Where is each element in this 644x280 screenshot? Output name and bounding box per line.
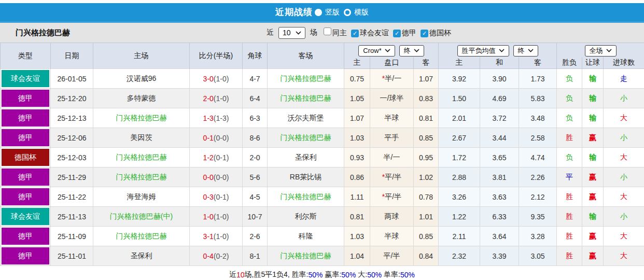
radio-vertical-label: 竖版 xyxy=(325,8,340,17)
checkbox-label: 球会友谊 xyxy=(360,29,389,37)
col-header-avg-draw: 和 xyxy=(480,57,519,69)
odds-home: 1.11 xyxy=(344,187,370,207)
result-goals: 小 xyxy=(604,128,644,148)
chevron-down-icon xyxy=(414,49,419,52)
home-team: 多特蒙德 xyxy=(93,89,190,108)
avg-lose: 3.48 xyxy=(519,108,557,128)
away-team: 利尔斯 xyxy=(268,207,344,227)
home-team: 门兴格拉德巴赫 xyxy=(93,227,190,246)
match-count-select[interactable]: 10 xyxy=(278,27,305,39)
summary-segment: 大: xyxy=(356,270,367,279)
odds-away: 1.01 xyxy=(414,207,439,227)
avg-win: 1.50 xyxy=(439,89,480,108)
avg-win: 2.88 xyxy=(439,167,480,187)
chevron-down-icon xyxy=(528,49,534,52)
avg-draw: 6.33 xyxy=(480,207,519,227)
result-wdl: 负 xyxy=(557,108,582,128)
corners: 4-5 xyxy=(243,187,268,207)
score: 3-0(1-0) xyxy=(190,69,243,89)
type-badge: 德甲 xyxy=(2,247,49,264)
avg-draw: 3.90 xyxy=(480,69,519,89)
filter-checkbox-球会友谊[interactable]: ✓球会友谊 xyxy=(347,29,389,37)
result-goals: 小 xyxy=(604,167,644,187)
filter-checkbox-同主[interactable]: 同主 xyxy=(319,29,347,37)
odds-group-selects: Crow* 终 xyxy=(344,44,438,57)
type-badge: 德甲 xyxy=(2,90,49,107)
avg-win: 1.72 xyxy=(439,148,480,167)
avg-odds-select[interactable]: 胜平负均值 xyxy=(457,45,509,57)
summary-segment: 50% xyxy=(309,271,323,279)
score: 1-3(1-3) xyxy=(190,108,243,128)
type-badge-cell: 德甲 xyxy=(1,167,51,187)
table-row: 德甲25-11-09门兴格拉德巴赫3-1(1-0)2-6科隆1.03半球0.85… xyxy=(1,227,644,246)
match-date: 25-12-13 xyxy=(51,108,93,128)
col-header-wdl: 胜负 xyxy=(557,57,582,69)
radio-horizontal-label: 横版 xyxy=(354,8,369,17)
away-team: 门兴格拉德巴赫 xyxy=(268,246,344,266)
home-team: 门兴格拉德巴赫 xyxy=(93,148,190,167)
score: 1-0(1-0) xyxy=(190,207,243,227)
avg-odds-select-value: 胜平负均值 xyxy=(462,46,496,55)
odds-handicap: 两球 xyxy=(370,207,414,227)
col-header-odds-home: 主 xyxy=(344,57,370,69)
avg-lose: 9.35 xyxy=(519,207,557,227)
home-team: 美因茨 xyxy=(93,128,190,148)
corners: 4-7 xyxy=(243,69,268,89)
avg-time-select[interactable]: 终 xyxy=(513,45,538,57)
score: 0-1(0-0) xyxy=(190,128,243,148)
odds-home: 1.03 xyxy=(344,227,370,246)
corners: 10-7 xyxy=(243,207,268,227)
col-header-date: 日期 xyxy=(51,43,93,69)
type-badge-cell: 德甲 xyxy=(1,187,51,207)
type-badge: 德甲 xyxy=(2,109,49,127)
summary-segment: 50% xyxy=(341,271,356,279)
result-wdl: 负 xyxy=(557,148,582,167)
titlebar: 近期战绩 竖版 横版 xyxy=(0,3,644,23)
odds-home: 0.93 xyxy=(344,148,370,167)
odds-away: 1.02 xyxy=(414,167,439,187)
odds-handicap: 平手 xyxy=(370,128,414,148)
layout-radio-group: 竖版 横版 xyxy=(318,8,369,17)
avg-draw: 3.65 xyxy=(480,148,519,167)
radio-horizontal-layout[interactable]: 横版 xyxy=(344,8,369,17)
bookmaker-select-value: Crow* xyxy=(363,47,381,54)
table-row: 德甲25-11-22海登海姆0-3(0-1)4-5门兴格拉德巴赫1.11*平/半… xyxy=(1,187,644,207)
type-badge: 德甲 xyxy=(2,228,49,245)
avg-draw: 3.63 xyxy=(480,187,519,207)
avg-draw: 3.39 xyxy=(480,246,519,266)
chevron-down-icon xyxy=(499,49,505,52)
odds-away: 0.85 xyxy=(414,128,439,148)
checkbox-label: 德国杯 xyxy=(429,29,451,37)
avg-group-selects: 胜平负均值 终 xyxy=(439,44,556,57)
bookmaker-select[interactable]: Crow* xyxy=(358,45,395,57)
odds-time-select[interactable]: 终 xyxy=(399,45,424,57)
result-wdl: 胜 xyxy=(557,128,582,148)
away-team: 沃尔夫斯堡 xyxy=(268,108,344,128)
radio-vertical-layout[interactable]: 竖版 xyxy=(315,8,340,17)
odds-away: 0.95 xyxy=(414,148,439,167)
result-goals: 大 xyxy=(604,187,644,207)
filter-checkbox-德国杯[interactable]: ✓德国杯 xyxy=(416,29,451,37)
summary-segment: 单率: xyxy=(382,270,400,279)
period-select[interactable]: 全场 xyxy=(585,45,617,57)
filter-checkbox-德甲[interactable]: ✓德甲 xyxy=(389,29,416,37)
odds-home: 1.04 xyxy=(344,246,370,266)
table-row: 德甲25-11-29门兴格拉德巴赫0-0(0-0)5-6RB莱比锡0.86*平/… xyxy=(1,167,644,187)
odds-home: 1.03 xyxy=(344,128,370,148)
away-team: 门兴格拉德巴赫 xyxy=(268,89,344,108)
summary-segment: 50% xyxy=(367,271,382,279)
checkbox-checked-icon: ✓ xyxy=(393,30,401,37)
odds-handicap: 半球 xyxy=(370,227,414,246)
odds-handicap: *半/一 xyxy=(370,69,414,89)
type-badge-cell: 球会友谊 xyxy=(1,69,51,89)
result-group-selects: 全场 xyxy=(557,44,644,57)
col-header-handicap-result: 让球 xyxy=(582,57,604,69)
filterbar: 门兴格拉德巴赫 近 10 场 同主✓球会友谊✓德甲✓德国杯 xyxy=(0,23,644,43)
odds-handicap: *平/半 xyxy=(370,167,414,187)
odds-away: 1.07 xyxy=(414,69,439,89)
away-team: 门兴格拉德巴赫 xyxy=(268,69,344,89)
result-wdl: 胜 xyxy=(557,227,582,246)
period-select-value: 全场 xyxy=(590,46,603,55)
col-header-corners: 角球 xyxy=(243,43,268,69)
filter-controls: 近 10 场 同主✓球会友谊✓德甲✓德国杯 xyxy=(267,27,451,39)
